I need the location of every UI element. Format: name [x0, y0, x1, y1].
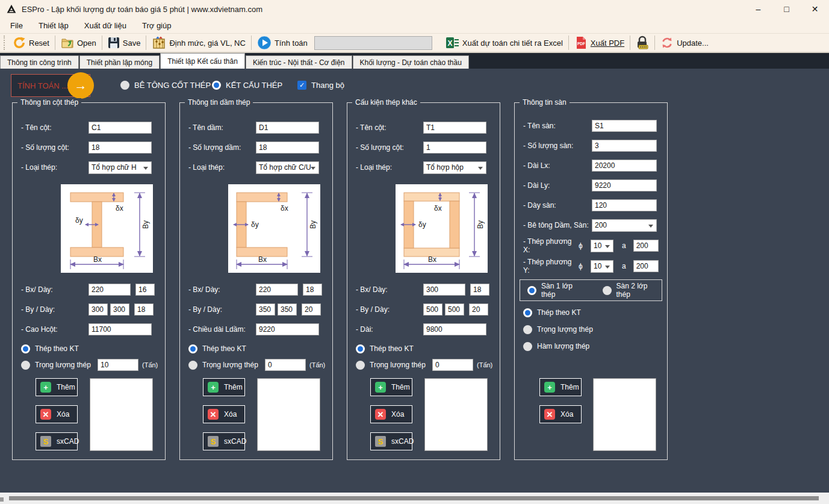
radio-steel-by-weight[interactable]: Trọng lượng thép [188, 361, 265, 370]
by-input-1[interactable] [256, 303, 275, 316]
steel-type-select[interactable]: Tổ hợp chữ C/U [256, 161, 319, 174]
add-button[interactable]: + Thêm [36, 378, 78, 396]
steel-type-select[interactable]: Tổ hợp hộp [423, 161, 486, 174]
column-listbox[interactable] [90, 378, 153, 451]
add-button[interactable]: + Thêm [203, 378, 245, 396]
slab-lx-input[interactable] [592, 160, 657, 172]
radio-steel-by-weight[interactable]: Trọng lượng thép [356, 361, 432, 370]
by-thickness-input[interactable] [302, 303, 321, 316]
radio-two-layer[interactable]: Sàn 2 lớp thép [603, 282, 662, 299]
bx-label: - Bx/ Dày: [356, 285, 423, 294]
delete-button[interactable]: ✕ Xóa [370, 405, 412, 423]
slab-thickness-input[interactable] [592, 199, 657, 211]
tab-architecture-mep[interactable]: Kiến trúc - Nội thất - Cơ điện [246, 55, 352, 69]
menu-settings[interactable]: Thiết lập [31, 21, 76, 30]
bx-input[interactable] [423, 284, 465, 296]
update-button[interactable]: Update... [656, 34, 713, 51]
weight-input[interactable] [265, 359, 306, 371]
tab-quantity-estimate[interactable]: Khối lượng - Dự toán chào thầu [353, 55, 469, 69]
save-button[interactable]: Save [104, 34, 145, 51]
slab-qty-input[interactable] [592, 140, 657, 152]
by-input-2[interactable] [278, 303, 297, 316]
by-thickness-input[interactable] [134, 303, 154, 316]
sxcad-button[interactable]: S sxCAD [370, 432, 412, 450]
tab-structure-setup[interactable]: Thiết lập Kết cấu thân [160, 53, 245, 69]
radio-steel-by-dimensions[interactable]: Thép theo KT [356, 344, 414, 353]
member-listbox[interactable] [424, 378, 488, 451]
weight-input[interactable] [432, 359, 473, 371]
bx-thickness-input[interactable] [303, 284, 322, 296]
add-button[interactable]: + Thêm [370, 378, 412, 396]
add-button[interactable]: + Thêm [539, 378, 582, 396]
radio-steel-by-weight[interactable]: Trọng lượng thép [523, 325, 593, 334]
radio-steel-by-weight[interactable]: Trọng lượng thép [21, 361, 98, 370]
scrollbar-thumb[interactable] [9, 496, 819, 500]
by-thickness-input[interactable] [469, 303, 488, 316]
weight-input[interactable] [98, 359, 138, 371]
radio-steel-by-dimensions[interactable]: Thép theo KT [188, 344, 246, 353]
radio-steel-structure[interactable]: KẾT CẤU THÉP [212, 81, 282, 90]
beam-qty-input[interactable] [256, 142, 319, 154]
radio-steel-by-dimensions[interactable]: Thép theo KT [523, 308, 581, 317]
beam-qty-label: - Số lượng dầm: [188, 143, 256, 152]
bx-thickness-input[interactable] [135, 284, 155, 296]
radio-steel-by-dimensions[interactable]: Thép theo KT [21, 344, 79, 353]
calculate-button[interactable]: Tính toán [253, 34, 312, 51]
minimize-button[interactable]: – [744, 0, 772, 18]
by-input-1[interactable] [88, 303, 108, 316]
menu-help[interactable]: Trợ giúp [134, 21, 179, 30]
sxcad-button[interactable]: S sxCAD [36, 432, 78, 450]
height-input[interactable] [88, 323, 152, 335]
radio-steel-ratio[interactable]: Hàm lượng thép [523, 342, 589, 351]
sxcad-button[interactable]: S sxCAD [203, 432, 245, 450]
rebar-y-diameter-select[interactable]: 10 [591, 260, 613, 273]
beam-length-input[interactable] [256, 323, 319, 335]
member-length-input[interactable] [423, 323, 486, 335]
open-button[interactable]: Open [57, 34, 101, 51]
radio-unchecked-icon [523, 325, 532, 334]
chevron-down-icon [478, 167, 483, 170]
concrete-grade-select[interactable]: 200 [592, 219, 657, 232]
slab-listbox[interactable] [593, 378, 656, 451]
reset-button[interactable]: Reset [8, 34, 54, 51]
export-pdf-button[interactable]: PDF Xuất PDF [570, 34, 629, 51]
by-input-2[interactable] [110, 303, 129, 316]
menu-export-data[interactable]: Xuất dữ liệu [76, 21, 134, 30]
beam-name-input[interactable] [256, 122, 319, 134]
close-button[interactable]: ✕ [801, 0, 829, 18]
delete-button[interactable]: ✕ Xóa [539, 405, 582, 423]
rebar-x-diameter-select[interactable]: 10 [591, 240, 613, 252]
beam-listbox[interactable] [257, 378, 320, 451]
password-lock-button[interactable] [632, 34, 653, 51]
radio-reinforced-concrete[interactable]: BÊ TÔNG CỐT THÉP [120, 81, 211, 90]
by-input-1[interactable] [423, 303, 442, 316]
bx-input[interactable] [88, 284, 131, 296]
delete-button[interactable]: ✕ Xóa [36, 405, 78, 423]
bx-thickness-input[interactable] [470, 284, 489, 296]
maximize-button[interactable]: □ [772, 0, 801, 18]
menu-file[interactable]: File [2, 21, 31, 30]
bx-input[interactable] [256, 284, 298, 296]
h-section-diagram: δx δy By Bx [61, 184, 153, 273]
slab-lx-label: - Dài Lx: [523, 161, 592, 170]
steel-type-select[interactable]: Tổ hợp chữ H [88, 161, 152, 174]
norms-prices-button[interactable]: Định mức, giá VL, NC [147, 34, 249, 51]
radio-unchecked-icon [523, 342, 532, 351]
checkbox-stairs[interactable]: ✓ Thang bộ [297, 81, 344, 90]
tab-project-info[interactable]: Thông tin công trình [0, 55, 79, 69]
delete-button[interactable]: ✕ Xóa [203, 405, 245, 423]
export-excel-button[interactable]: X Xuất dự toán chi tiết ra Excel [442, 34, 567, 51]
column-qty-input[interactable] [88, 142, 152, 154]
radio-one-layer[interactable]: Sàn 1 lớp thép [527, 282, 587, 299]
slab-name-input[interactable] [592, 120, 657, 132]
member-name-input[interactable] [423, 122, 486, 134]
rebar-y-spacing-input[interactable] [633, 260, 659, 272]
tab-foundation-setup[interactable]: Thiết phần lập móng [79, 55, 160, 69]
member-qty-input[interactable] [423, 142, 486, 154]
pdf-icon: PDF [574, 36, 588, 49]
rebar-x-spacing-input[interactable] [633, 240, 659, 252]
column-name-input[interactable] [88, 122, 152, 134]
by-input-2[interactable] [445, 303, 464, 316]
slab-ly-input[interactable] [592, 179, 657, 191]
radio-unchecked-icon [188, 361, 197, 370]
